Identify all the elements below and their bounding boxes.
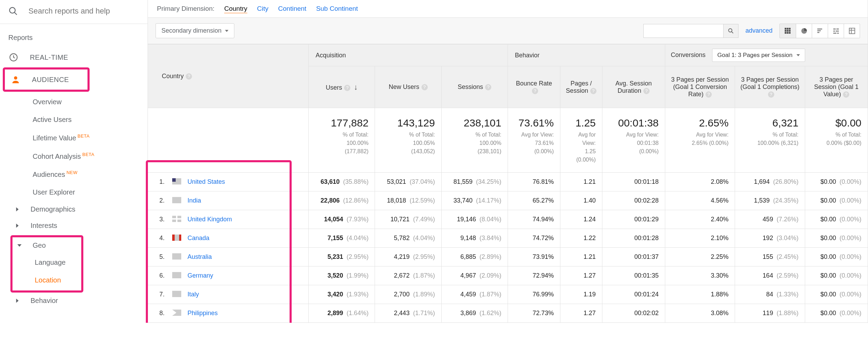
audience-highlight: AUDIENCE — [3, 67, 90, 92]
caret-right-icon — [16, 223, 19, 228]
help-icon[interactable]: ? — [422, 84, 428, 90]
caret-down-icon — [225, 30, 228, 32]
svg-rect-25 — [849, 28, 855, 34]
flag-icon — [172, 291, 181, 297]
help-icon[interactable]: ? — [532, 88, 538, 94]
svg-rect-21 — [833, 31, 835, 32]
nav-behavior-label: Behavior — [31, 297, 58, 305]
nav-behavior[interactable]: Behavior — [0, 293, 148, 309]
nav-geo-language[interactable]: Language — [12, 254, 81, 271]
flag-icon — [172, 235, 181, 241]
help-icon[interactable]: ? — [344, 85, 350, 91]
country-cell[interactable]: 7.Italy — [148, 285, 309, 304]
country-cell[interactable]: 8.Philippines — [148, 304, 309, 323]
view-comparison-button[interactable] — [828, 24, 844, 38]
dimension-continent[interactable]: Continent — [278, 5, 306, 12]
country-cell[interactable]: 5.Australia — [148, 248, 309, 266]
summary-cell: 2.65%Avg for View:2.65% (0.00%) — [665, 108, 735, 173]
sidebar-search-input[interactable] — [28, 7, 133, 16]
view-mode-buttons — [779, 24, 860, 38]
table-filter-input[interactable] — [643, 24, 723, 38]
sidebar-item-interests[interactable]: Interests — [0, 217, 148, 234]
acquisition-group: Acquisition — [309, 44, 508, 66]
view-bar-button[interactable] — [812, 24, 828, 38]
svg-line-1 — [15, 13, 17, 15]
sidebar-item-lifetime-value[interactable]: Lifetime ValueBETA — [0, 129, 148, 147]
svg-rect-8 — [789, 28, 791, 30]
table-filter-search-button[interactable] — [723, 24, 738, 38]
metric-header[interactable]: Sessions? — [441, 66, 508, 108]
flag-icon — [172, 178, 181, 184]
help-icon[interactable]: ? — [768, 91, 774, 98]
advanced-filter-link[interactable]: advanced — [745, 27, 773, 34]
dimension-sub-continent[interactable]: Sub Continent — [316, 5, 358, 12]
goal-select[interactable]: Goal 1: 3 Pages per Session — [712, 49, 805, 62]
metric-header[interactable]: Avg. Session Duration? — [602, 66, 665, 108]
secondary-dimension-button[interactable]: Secondary dimension — [156, 23, 234, 38]
svg-rect-11 — [789, 30, 791, 32]
nav-realtime-label: REAL-TIME — [30, 54, 68, 61]
table-toolbar: Secondary dimension advanced — [148, 18, 868, 44]
table-summary-row: 177,882% of Total:100.00%(177,882)143,12… — [148, 108, 868, 173]
table-row: 8.Philippines2,899(1.64%)2,443(1.71%)3,8… — [148, 304, 868, 323]
country-cell[interactable]: 4.Canada — [148, 229, 309, 248]
sidebar-item-active-users[interactable]: Active Users — [0, 111, 148, 129]
table-row: 1.United States63,610(35.88%)53,021(37.0… — [148, 173, 868, 191]
svg-rect-14 — [789, 32, 791, 34]
dimension-country[interactable]: Country — [224, 5, 248, 12]
metric-header[interactable]: Users?↓ — [309, 66, 375, 108]
help-icon[interactable]: ? — [485, 84, 491, 90]
metric-header[interactable]: New Users? — [375, 66, 441, 108]
report-table: Country? Acquisition Behavior Conversion… — [148, 44, 868, 323]
svg-rect-24 — [837, 33, 839, 34]
nav-geo-location[interactable]: Location — [12, 271, 81, 289]
view-pivot-button[interactable] — [844, 24, 860, 38]
summary-cell: 238,101% of Total:100.00%(238,101) — [441, 108, 508, 173]
search-row — [0, 3, 148, 24]
help-icon[interactable]: ? — [843, 91, 849, 98]
svg-rect-10 — [787, 30, 788, 32]
help-icon[interactable]: ? — [590, 88, 596, 94]
svg-rect-19 — [833, 28, 836, 30]
sidebar-item-user-explorer[interactable]: User Explorer — [0, 183, 148, 201]
summary-cell: $0.00% of Total:0.00% ($0.00) — [805, 108, 868, 173]
caret-right-icon — [16, 298, 19, 303]
country-cell[interactable]: 2.India — [148, 191, 309, 210]
table-row: 3.United Kingdom14,054(7.93%)10,721(7.49… — [148, 210, 868, 229]
sidebar-item-demographics[interactable]: Demographics — [0, 201, 148, 217]
metric-header[interactable]: 3 Pages per Session (Goal 1 Value)? — [805, 66, 868, 108]
help-icon[interactable]: ? — [706, 91, 712, 98]
country-cell[interactable]: 6.Germany — [148, 266, 309, 285]
geo-highlight: Geo Language Location — [10, 235, 83, 293]
metric-header[interactable]: 3 Pages per Session (Goal 1 Completions)… — [735, 66, 805, 108]
svg-point-0 — [10, 8, 15, 13]
country-cell[interactable]: 3.United Kingdom — [148, 210, 309, 229]
svg-rect-9 — [785, 30, 786, 32]
sidebar-item-overview[interactable]: Overview — [0, 93, 148, 111]
metric-header[interactable]: Bounce Rate? — [508, 66, 560, 108]
metric-header[interactable]: Pages / Session? — [560, 66, 602, 108]
svg-point-3 — [14, 76, 17, 80]
flag-icon — [172, 216, 181, 222]
dimension-city[interactable]: City — [257, 5, 268, 12]
behavior-group: Behavior — [508, 44, 665, 66]
country-header[interactable]: Country? — [148, 44, 309, 108]
nav-audience[interactable]: AUDIENCE — [5, 70, 87, 89]
metric-header[interactable]: 3 Pages per Session (Goal 1 Conversion R… — [665, 66, 735, 108]
view-pie-button[interactable] — [796, 24, 812, 38]
caret-down-icon — [17, 244, 22, 247]
country-cell[interactable]: 1.United States — [148, 173, 309, 191]
nav-realtime[interactable]: REAL-TIME — [0, 48, 148, 67]
nav-audience-label: AUDIENCE — [32, 76, 69, 84]
sidebar-item-cohort-analysis[interactable]: Cohort AnalysisBETA — [0, 147, 148, 165]
summary-cell: 00:01:38Avg for View:00:01:38(0.00%) — [602, 108, 665, 173]
flag-icon — [172, 310, 181, 316]
secondary-dimension-label: Secondary dimension — [161, 27, 222, 34]
help-icon[interactable]: ? — [186, 73, 192, 80]
nav-geo[interactable]: Geo — [12, 237, 81, 254]
svg-line-5 — [732, 31, 733, 33]
svg-rect-16 — [817, 28, 822, 30]
sidebar-item-audiences[interactable]: AudiencesNEW — [0, 165, 148, 183]
view-table-button[interactable] — [780, 24, 796, 38]
help-icon[interactable]: ? — [643, 88, 650, 94]
